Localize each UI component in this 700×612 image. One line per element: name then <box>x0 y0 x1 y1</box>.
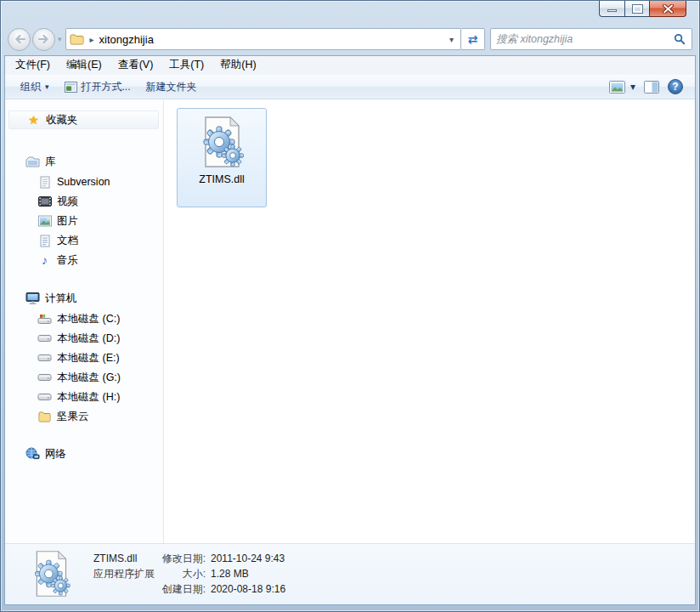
video-icon <box>37 196 52 207</box>
breadcrumb[interactable]: xitongzhijia <box>99 33 154 46</box>
details-row-created: 创建日期: 2020-08-18 9:16 <box>151 581 285 597</box>
sidebar-item-label: 坚果云 <box>57 410 89 424</box>
new-folder-button[interactable]: 新建文件夹 <box>146 80 197 94</box>
disk-icon <box>37 372 52 382</box>
sidebar-item-label: 图片 <box>57 214 78 229</box>
sidebar-item-label: 文档 <box>57 234 78 248</box>
minimize-icon <box>607 9 617 12</box>
menu-tools[interactable]: 工具(T) <box>169 58 204 72</box>
minimize-button[interactable] <box>599 1 624 17</box>
dll-file-icon <box>27 548 75 599</box>
client-area: 文件(F) 编辑(E) 查看(V) 工具(T) 帮助(H) 组织 ▾ <box>4 55 696 605</box>
details-name-column: ZTIMS.dll 应用程序扩展 <box>93 551 155 581</box>
star-icon: ★ <box>26 114 41 126</box>
file-ztims-dll[interactable]: ZTIMS.dll <box>177 108 267 207</box>
sidebar-item-disk-c[interactable]: 本地磁盘 (C:) <box>8 309 159 328</box>
file-list: ZTIMS.dll <box>165 100 695 543</box>
back-button[interactable] <box>8 28 31 51</box>
forward-arrow-icon <box>37 33 51 45</box>
sidebar-item-label: 本地磁盘 (C:) <box>57 312 120 326</box>
sidebar-item-music[interactable]: ♪ 音乐 <box>8 251 159 269</box>
details-value: 2011-10-24 9:43 <box>211 551 285 566</box>
sidebar-item-label: 本地磁盘 (G:) <box>57 371 121 385</box>
folder-icon <box>70 33 84 45</box>
views-button[interactable]: ▾ <box>609 81 635 94</box>
close-button[interactable] <box>649 1 686 17</box>
caption-buttons <box>599 1 686 17</box>
disk-icon <box>37 333 52 343</box>
details-meta-column: 修改日期: 2011-10-24 9:43 大小: 1.28 MB 创建日期: … <box>151 551 285 597</box>
menu-bar: 文件(F) 编辑(E) 查看(V) 工具(T) 帮助(H) <box>5 56 695 75</box>
details-value: 2020-08-18 9:16 <box>211 581 285 597</box>
back-arrow-icon <box>13 33 26 45</box>
sidebar-item-label: 计算机 <box>45 292 77 306</box>
details-label: 创建日期: <box>151 581 206 597</box>
open-with-label: 打开方式... <box>82 80 131 94</box>
content-area: ★ 收藏夹 库 <box>5 100 695 543</box>
sidebar-item-disk-e[interactable]: 本地磁盘 (E:) <box>8 348 159 367</box>
details-label: 大小: <box>151 566 206 581</box>
folder-icon <box>37 411 52 422</box>
sidebar-item-documents[interactable]: 文档 <box>8 231 159 250</box>
refresh-button[interactable]: ⇄ <box>461 28 485 50</box>
preview-pane-button[interactable] <box>644 81 659 94</box>
views-dropdown-icon: ▾ <box>630 81 635 93</box>
search-box <box>490 28 692 50</box>
computer-icon <box>25 292 40 305</box>
details-pane: ZTIMS.dll 应用程序扩展 修改日期: 2011-10-24 9:43 大… <box>5 543 695 604</box>
sidebar-item-disk-h[interactable]: 本地磁盘 (H:) <box>8 388 159 406</box>
sidebar-item-videos[interactable]: 视频 <box>8 192 159 211</box>
title-bar[interactable] <box>1 1 699 23</box>
command-bar: 组织 ▾ 打开方式... 新建文件夹 <box>5 75 695 99</box>
sidebar-item-subversion[interactable]: Subversion <box>8 173 159 191</box>
menu-edit[interactable]: 编辑(E) <box>66 58 102 72</box>
library-document-icon <box>37 176 52 189</box>
address-bar[interactable]: ▸ xitongzhijia ▾ <box>65 28 461 50</box>
sidebar-item-label: 网络 <box>45 447 66 462</box>
details-label: 修改日期: <box>151 551 206 566</box>
file-name-label: ZTIMS.dll <box>199 173 244 185</box>
search-icon[interactable] <box>672 33 692 45</box>
navigation-bar: ▾ ▸ xitongzhijia ▾ ⇄ <box>1 23 699 55</box>
document-icon <box>37 235 52 247</box>
sidebar-item-nutstore[interactable]: 坚果云 <box>8 407 159 426</box>
sidebar-item-label: 音乐 <box>57 253 78 268</box>
sidebar-item-computer[interactable]: 计算机 <box>8 289 159 308</box>
sidebar-item-label: 视频 <box>57 195 78 209</box>
chevron-down-icon: ▾ <box>45 82 49 91</box>
toolbar-right-group: ▾ ? <box>601 79 683 94</box>
sidebar-item-label: 本地磁盘 (D:) <box>57 332 120 346</box>
details-row-size: 大小: 1.28 MB <box>151 566 285 581</box>
sidebar-item-label: 库 <box>45 155 56 169</box>
sidebar-item-pictures[interactable]: 图片 <box>8 212 159 230</box>
system-disk-icon <box>37 313 52 325</box>
details-file-name: ZTIMS.dll <box>93 551 155 566</box>
open-with-icon <box>65 82 77 93</box>
navigation-pane: ★ 收藏夹 库 <box>5 100 164 543</box>
menu-help[interactable]: 帮助(H) <box>220 58 256 72</box>
forward-button[interactable] <box>32 28 55 51</box>
sidebar-item-libraries[interactable]: 库 <box>8 152 159 171</box>
organize-label: 组织 <box>20 80 41 94</box>
disk-icon <box>37 353 52 363</box>
open-with-button[interactable]: 打开方式... <box>65 80 131 94</box>
maximize-button[interactable] <box>624 1 649 17</box>
menu-file[interactable]: 文件(F) <box>15 58 50 72</box>
menu-view[interactable]: 查看(V) <box>118 58 154 72</box>
organize-button[interactable]: 组织 ▾ <box>20 80 49 94</box>
help-button[interactable]: ? <box>668 79 683 94</box>
details-row-modified: 修改日期: 2011-10-24 9:43 <box>151 551 285 566</box>
sidebar-item-disk-d[interactable]: 本地磁盘 (D:) <box>8 329 159 348</box>
close-icon <box>663 4 674 14</box>
network-icon <box>25 447 40 461</box>
sidebar-item-network[interactable]: 网络 <box>8 445 159 463</box>
address-dropdown[interactable]: ▾ <box>446 35 457 44</box>
breadcrumb-arrow-icon: ▸ <box>90 35 94 44</box>
sidebar-item-favorites[interactable]: ★ 收藏夹 <box>8 110 159 129</box>
recent-pages-dropdown[interactable]: ▾ <box>58 35 62 43</box>
details-file-type: 应用程序扩展 <box>93 566 155 581</box>
sidebar-item-disk-g[interactable]: 本地磁盘 (G:) <box>8 368 159 387</box>
libraries-icon <box>25 156 40 168</box>
search-input[interactable] <box>491 33 672 45</box>
dll-file-icon <box>195 115 249 169</box>
